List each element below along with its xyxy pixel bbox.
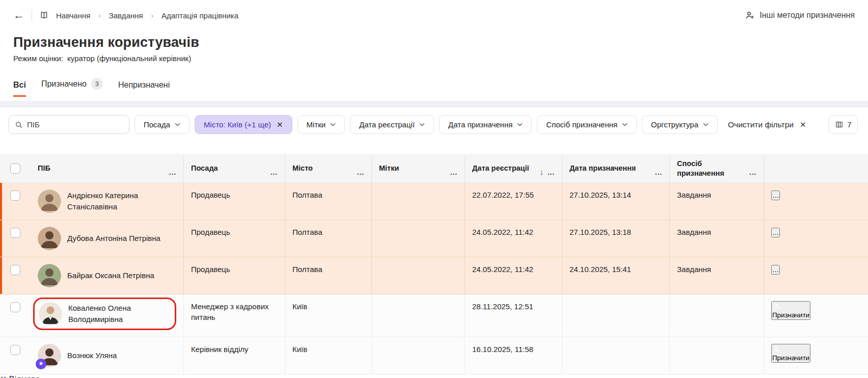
assignment-date-cell xyxy=(562,337,670,374)
user-cell: Дубова Антоніна Петрівна xyxy=(38,227,176,250)
avatar xyxy=(38,227,61,250)
evaluation-mode-label: Режим оцінки: xyxy=(13,54,63,63)
book-icon xyxy=(39,11,49,20)
chevron-down-icon xyxy=(622,123,628,126)
row-checkbox[interactable] xyxy=(10,228,20,238)
tags-cell xyxy=(372,294,465,337)
achievement-badge-icon: ★ xyxy=(36,359,46,369)
tab-assigned-badge: 3 xyxy=(91,78,103,90)
error-icon: ✕ xyxy=(0,375,7,378)
table-row: Байрак Оксана Петрівна Продавець Полтава… xyxy=(0,257,868,294)
column-header-position: Посада… xyxy=(184,155,285,182)
filter-registration-date-dropdown[interactable]: Дата реєстрації xyxy=(350,115,434,134)
remove-city-filter-icon[interactable]: ✕ xyxy=(277,120,283,129)
filter-assignment-method-dropdown[interactable]: Спосіб призначення xyxy=(537,115,637,134)
method-cell: Завдання xyxy=(670,257,764,294)
breadcrumb-separator: › xyxy=(150,12,154,19)
method-cell: Завдання xyxy=(670,220,764,257)
breadcrumb-item-adaptation[interactable]: Адаптація працівника xyxy=(161,11,238,20)
tab-unassigned-label: Непризначені xyxy=(118,80,170,90)
person-add-icon xyxy=(772,302,809,311)
city-cell: Полтава xyxy=(285,220,372,257)
method-cell: Завдання xyxy=(670,183,764,220)
position-cell: Продавець xyxy=(184,183,285,220)
row-checkbox[interactable] xyxy=(10,265,20,275)
other-assignment-methods-label: Інші методи призначення xyxy=(760,11,855,20)
sort-descending-icon[interactable]: ↓ xyxy=(540,167,544,177)
clear-filters-button[interactable]: Очистити фільтри ✕ xyxy=(723,120,811,129)
search-box[interactable] xyxy=(8,115,129,134)
tab-assigned[interactable]: Призначено 3 xyxy=(41,78,103,97)
error-toast: ✕ Відмова ✕ Відсутній керівник для Ковал… xyxy=(0,374,868,378)
row-checkbox[interactable] xyxy=(10,302,20,312)
row-checkbox[interactable] xyxy=(10,345,20,355)
user-name-link[interactable]: Дубова Антоніна Петрівна xyxy=(67,233,160,244)
table-row: Андрієнко Катерина Станіславівна Продаве… xyxy=(0,183,868,220)
chevron-down-icon xyxy=(175,123,180,126)
column-menu-icon[interactable]: … xyxy=(357,167,364,177)
filter-tags-dropdown[interactable]: Мітки xyxy=(297,115,345,134)
assign-button[interactable]: Призначити xyxy=(771,344,810,363)
method-cell xyxy=(670,294,764,337)
search-icon xyxy=(15,121,23,129)
filter-position-dropdown[interactable]: Посада xyxy=(134,115,189,134)
avatar: ★ xyxy=(38,344,61,367)
position-cell: Продавець xyxy=(184,257,285,294)
table-header-row: ПІБ… Посада… Місто… Мітки… Дата реєстрац… xyxy=(0,154,868,183)
page-title: Призначення користувачів xyxy=(13,35,855,50)
users-table: ПІБ… Посада… Місто… Мітки… Дата реєстрац… xyxy=(0,154,868,374)
row-menu-button[interactable]: … xyxy=(771,191,780,200)
column-header-city: Місто… xyxy=(285,155,372,182)
column-menu-icon[interactable]: … xyxy=(169,167,176,177)
position-cell: Менеджер з кадрових питань xyxy=(184,294,285,337)
breadcrumb-item-tasks[interactable]: Завдання xyxy=(109,11,143,20)
assignment-date-cell: 27.10.2025, 13:18 xyxy=(562,220,670,257)
tab-all[interactable]: Всі xyxy=(13,80,26,97)
close-icon: ✕ xyxy=(800,120,806,129)
tab-assigned-label: Призначено xyxy=(41,79,87,89)
filter-org-structure-dropdown[interactable]: Оргструктура xyxy=(642,115,718,134)
user-cell: Андрієнко Катерина Станіславівна xyxy=(38,190,176,213)
chevron-down-icon xyxy=(703,123,709,126)
city-cell: Київ xyxy=(285,294,372,337)
tab-unassigned[interactable]: Непризначені xyxy=(118,80,170,97)
user-name-link[interactable]: Байрак Оксана Петрівна xyxy=(67,270,154,281)
search-input[interactable] xyxy=(27,120,123,129)
other-assignment-methods-button[interactable]: Інші методи призначення xyxy=(745,10,855,20)
assignment-date-cell: 24.10.2025, 15:41 xyxy=(562,257,670,294)
column-menu-icon[interactable]: … xyxy=(655,167,662,177)
user-name-link[interactable]: Коваленко Олена Володимирівна xyxy=(68,303,168,325)
column-settings-button[interactable]: 7 xyxy=(828,115,858,134)
city-cell: Полтава xyxy=(285,183,372,220)
row-menu-button[interactable]: … xyxy=(771,265,780,275)
position-cell: Керівник відділу xyxy=(184,337,285,374)
page-header: ← Навчання › Завдання › Адаптація праців… xyxy=(0,0,868,101)
column-menu-icon[interactable]: … xyxy=(749,167,756,177)
column-header-actions xyxy=(764,155,868,182)
select-all-checkbox[interactable] xyxy=(10,164,20,174)
position-cell: Продавець xyxy=(184,220,285,257)
column-menu-icon[interactable]: … xyxy=(450,167,457,177)
breadcrumb-item-training[interactable]: Навчання xyxy=(56,11,90,20)
filter-city-chip[interactable]: Місто: Київ (+1 ще) ✕ xyxy=(195,115,292,134)
filter-city-chip-label: Місто: Київ (+1 ще) xyxy=(204,120,271,129)
column-menu-icon[interactable]: … xyxy=(547,167,555,177)
column-menu-icon[interactable]: … xyxy=(270,167,278,177)
back-button[interactable]: ← xyxy=(13,10,24,21)
assign-button[interactable]: Призначити xyxy=(771,301,810,320)
assign-button-label: Призначити xyxy=(772,354,809,362)
row-menu-button[interactable]: … xyxy=(771,228,780,237)
column-header-method: Спосіб призначення… xyxy=(670,155,764,182)
column-header-registration-date: Дата реєстрації↓… xyxy=(465,155,562,182)
tags-cell xyxy=(372,257,465,294)
filter-bar: Посада Місто: Київ (+1 ще) ✕ Мітки Дата … xyxy=(0,107,868,141)
user-name-link[interactable]: Вознюк Уляна xyxy=(67,350,117,361)
row-checkbox[interactable] xyxy=(10,191,20,201)
tab-all-label: Всі xyxy=(13,80,26,90)
section-divider-band xyxy=(0,101,868,107)
tags-cell xyxy=(372,183,465,220)
user-name-link[interactable]: Андрієнко Катерина Станіславівна xyxy=(67,190,176,212)
chevron-down-icon xyxy=(419,123,425,126)
filter-assignment-date-dropdown[interactable]: Дата призначення xyxy=(439,115,532,134)
registration-date-cell: 22.07.2022, 17:55 xyxy=(465,183,562,220)
